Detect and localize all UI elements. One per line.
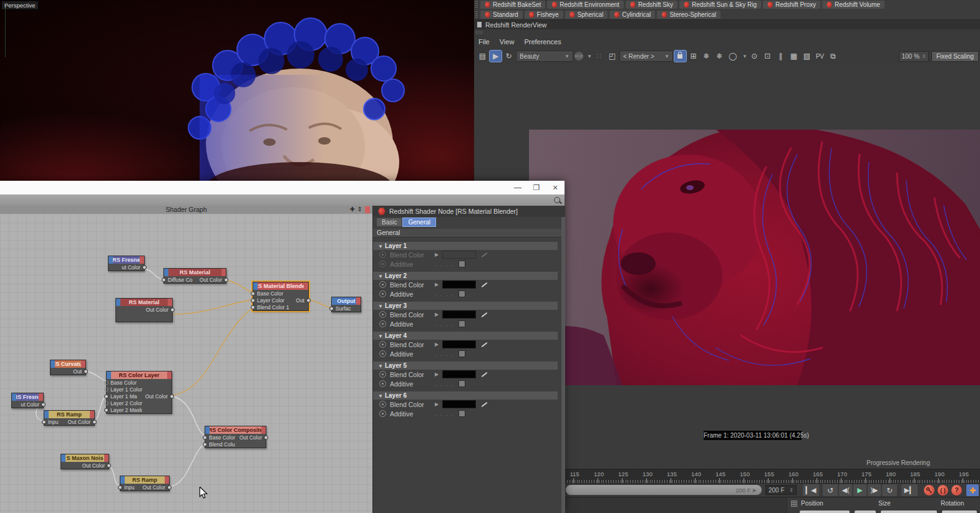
output-port-dot[interactable] xyxy=(306,298,311,302)
zoom-percent-field[interactable]: 100 %⇕ xyxy=(899,51,929,62)
chevron-down-icon[interactable]: ▼ xyxy=(742,54,747,59)
start-render-button[interactable]: ▶ xyxy=(490,50,502,62)
node-output[interactable]: OutputSurfac xyxy=(331,297,361,312)
animation-dot-icon[interactable] xyxy=(379,311,386,318)
renderview-grip[interactable] xyxy=(474,29,980,36)
rgb-channels-icon[interactable]: RGB xyxy=(575,52,583,60)
layer-header[interactable]: ▼Layer 1 xyxy=(373,242,558,250)
additive-checkbox[interactable] xyxy=(458,350,465,357)
node-header[interactable]: Output xyxy=(332,297,361,305)
expand-triangle-icon[interactable]: ▶ xyxy=(435,282,439,287)
input-port-dot[interactable] xyxy=(162,277,166,282)
node-header[interactable]: RS Fresne xyxy=(109,256,144,264)
expand-triangle-icon[interactable]: ▶ xyxy=(435,342,439,347)
previous-key-button[interactable]: ◀( xyxy=(839,484,852,496)
crop-region-icon[interactable]: ◰ xyxy=(606,50,618,62)
renderview-titlebar[interactable]: Redshift RenderView xyxy=(474,20,980,30)
viewport-camera-label[interactable]: Perspective xyxy=(1,1,39,10)
node-editor-canvas[interactable]: RS Fresneut ColorRS MaterialDiffuse CoOu… xyxy=(0,214,372,513)
play-button[interactable]: ▶ xyxy=(853,484,866,496)
rs-plugin-button[interactable]: Stereo-Spherical xyxy=(657,11,720,19)
position-x-field[interactable] xyxy=(800,511,850,513)
shader-graph-header[interactable]: Shader Graph ✚ ⇕ xyxy=(0,206,372,214)
animation-dot-icon[interactable] xyxy=(379,401,386,408)
pixel-grid-icon[interactable]: ∷ xyxy=(593,50,605,62)
node-rs-material-blender[interactable]: RS Material BlenderBase ColorLayer Color… xyxy=(253,282,309,311)
scaling-mode-button[interactable]: Fixed Scaling xyxy=(931,51,979,62)
window-titlebar[interactable]: — ❐ × xyxy=(0,181,565,194)
general-section-bar[interactable]: General xyxy=(373,229,561,237)
layer-header[interactable]: ▼Layer 4 xyxy=(373,332,558,340)
add-snapshot-icon[interactable]: ▧ xyxy=(801,50,813,62)
node-header[interactable]: RS Ramp xyxy=(120,476,169,484)
loop-button[interactable]: ↻ xyxy=(882,484,897,496)
additive-checkbox[interactable] xyxy=(458,410,465,417)
output-port-dot[interactable] xyxy=(142,265,147,269)
eyedropper-icon[interactable] xyxy=(480,281,488,289)
blend-color-swatch[interactable] xyxy=(442,280,476,289)
input-port-dot[interactable] xyxy=(104,401,109,405)
panel-chip-icon[interactable] xyxy=(365,206,370,213)
rs-plugin-button[interactable]: Redshift Environment xyxy=(547,1,624,9)
scrollbar[interactable] xyxy=(561,206,565,513)
layer-header[interactable]: ▼Layer 6 xyxy=(373,391,558,400)
rs-plugin-button[interactable]: Redshift BakeSet xyxy=(480,1,545,9)
search-icon[interactable] xyxy=(554,197,560,203)
rs-plugin-button[interactable]: Standard xyxy=(480,11,523,19)
expand-triangle-icon[interactable]: ▶ xyxy=(435,252,439,257)
input-port-dot[interactable] xyxy=(329,306,334,310)
output-port-dot[interactable] xyxy=(170,394,174,398)
output-port-dot[interactable] xyxy=(264,435,268,439)
node-header[interactable]: S Maxon Nois xyxy=(61,454,109,462)
rs-plugin-button[interactable]: Spherical xyxy=(565,11,608,19)
output-port-dot[interactable] xyxy=(84,369,88,373)
input-port-dot[interactable] xyxy=(104,394,109,398)
node-rs-color-composite[interactable]: RS Color CompositeBase ColorOut ColorBle… xyxy=(205,426,266,448)
node-rs-ramp[interactable]: RS RampInpuOut Color xyxy=(120,476,170,491)
output-port-dot[interactable] xyxy=(107,463,111,467)
node-s-maxon-nois[interactable]: S Maxon NoisOut Color xyxy=(61,454,109,469)
help-button[interactable]: ? xyxy=(951,485,962,496)
close-button[interactable]: × xyxy=(546,181,565,194)
timeline-ruler[interactable]: 1151201251301351401451501551601651701751… xyxy=(565,469,980,484)
node-header[interactable]: RS Material xyxy=(164,269,226,276)
focus-picker-icon[interactable]: ⊙ xyxy=(749,50,760,62)
node-header[interactable]: RS Curvatur xyxy=(51,360,85,368)
blend-color-swatch[interactable] xyxy=(442,340,476,348)
node-header[interactable]: RS Ramp xyxy=(44,411,94,418)
additive-checkbox[interactable] xyxy=(458,290,465,297)
node-rs-fresne[interactable]: RS Fresneut Color xyxy=(11,393,44,408)
animation-dot-icon[interactable] xyxy=(379,281,386,288)
node-rs-color-layer[interactable]: RS Color LayerBase ColorLayer 1 ColorLay… xyxy=(106,371,172,414)
region-ellipse-icon[interactable]: ◯ xyxy=(727,50,739,62)
expand-triangle-icon[interactable]: ▶ xyxy=(435,372,439,377)
tab-basic[interactable]: Basic xyxy=(377,218,402,226)
size-x-field[interactable] xyxy=(881,511,937,513)
node-header[interactable]: RS Material Blender xyxy=(253,282,308,290)
blend-color-swatch[interactable] xyxy=(442,400,476,408)
rs-plugin-button[interactable]: Redshift Proxy xyxy=(763,1,820,9)
rotation-field[interactable] xyxy=(942,511,977,513)
input-port-dot[interactable] xyxy=(104,387,109,391)
node-rs-ramp[interactable]: RS RampInpuOut Color xyxy=(44,410,95,426)
animation-dot-icon[interactable] xyxy=(379,371,386,378)
toolbar-grip-icon[interactable] xyxy=(475,11,478,18)
additive-checkbox[interactable] xyxy=(458,380,465,387)
animation-dot-icon[interactable] xyxy=(379,251,386,258)
collapse-triangle-icon[interactable]: ▼ xyxy=(378,304,383,309)
collapse-triangle-icon[interactable]: ▼ xyxy=(378,274,383,279)
eyedropper-icon[interactable] xyxy=(480,371,488,378)
snowflake-freeze-icon[interactable]: ❄ xyxy=(701,50,712,62)
node-rs-fresne[interactable]: RS Fresneut Color xyxy=(108,256,145,271)
input-port-dot[interactable] xyxy=(251,305,255,309)
eyedropper-icon[interactable] xyxy=(480,251,488,259)
node-rs-curvatur[interactable]: RS CurvaturOut xyxy=(50,360,86,375)
node-header[interactable]: RS Fresne xyxy=(12,393,43,401)
eyedropper-icon[interactable] xyxy=(480,401,488,408)
maximize-button[interactable]: ❐ xyxy=(527,181,546,194)
input-port-dot[interactable] xyxy=(118,485,122,489)
output-port-dot[interactable] xyxy=(167,485,172,489)
node-rs-material[interactable]: RS MaterialOut Color xyxy=(115,298,173,322)
blend-color-swatch[interactable] xyxy=(442,251,476,259)
aov-grid-icon[interactable]: ⊞ xyxy=(687,50,699,62)
